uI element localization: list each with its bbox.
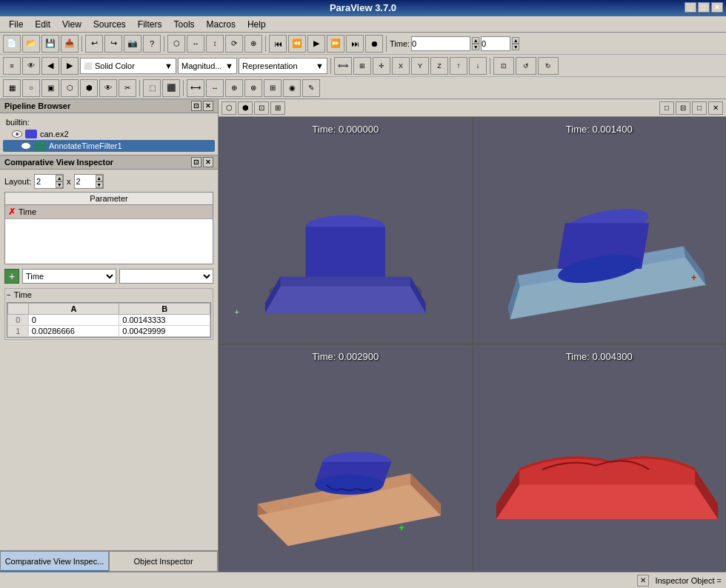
save-button[interactable]: 💾 <box>41 35 59 53</box>
status-close-btn[interactable]: ✕ <box>637 575 649 587</box>
add-param-btn[interactable]: + <box>4 269 19 284</box>
cvi-close-btn[interactable]: ✕ <box>203 157 213 167</box>
pipeline-item-builtin[interactable]: builtin: <box>3 116 215 128</box>
last-frame-button[interactable]: ⏭ <box>346 35 364 53</box>
eye-icon-annotate[interactable]: 👁 <box>21 142 31 150</box>
measure4-btn[interactable]: ⊗ <box>244 79 262 97</box>
vp-restore-btn[interactable]: ⊟ <box>676 101 690 115</box>
layout-rows-value[interactable] <box>35 175 56 188</box>
grid-cell-00[interactable]: Time: 0.000000 + <box>219 117 473 344</box>
import-button[interactable]: 📥 <box>61 35 79 53</box>
menu-edit[interactable]: Edit <box>29 18 56 31</box>
vp-btn3[interactable]: ⊡ <box>254 101 269 115</box>
row-0-a[interactable]: 0 <box>28 315 119 326</box>
first-frame-button[interactable]: ⏮ <box>269 35 287 53</box>
axis2-btn[interactable]: Y <box>411 57 429 75</box>
prev-frame-button[interactable]: ⏪ <box>288 35 306 53</box>
pipeline-close-btn[interactable]: ✕ <box>203 101 213 111</box>
render3-btn[interactable]: ↻ <box>538 57 559 75</box>
layout-rows-up[interactable]: ▲ <box>56 175 63 181</box>
play-button[interactable]: ▶ <box>307 35 325 53</box>
layout-rows-down[interactable]: ▼ <box>56 181 63 188</box>
row-0-b[interactable]: 0.00143333 <box>119 315 210 326</box>
time-up-arrow[interactable]: ▲ <box>472 37 479 44</box>
layout-cols-down[interactable]: ▼ <box>96 181 103 188</box>
camera-iso-button[interactable]: ⟳ <box>225 35 243 53</box>
record-button[interactable]: ⏺ <box>365 35 383 53</box>
layout-cols-value[interactable] <box>75 175 96 188</box>
grid-cell-11[interactable]: Time: 0.004300 + + <box>473 344 727 572</box>
time-group-collapse[interactable]: − <box>7 291 11 299</box>
filter1-btn[interactable]: ⬡ <box>61 79 79 97</box>
orient-btn[interactable]: ✛ <box>373 57 390 75</box>
view-btn[interactable]: 👁 <box>99 79 117 97</box>
measure5-btn[interactable]: ⊞ <box>264 79 282 97</box>
time-down-arrow[interactable]: ▼ <box>472 44 479 50</box>
param-delete-btn[interactable]: ✗ <box>8 207 16 217</box>
measure2-btn[interactable]: ↔ <box>206 79 224 97</box>
select2-btn[interactable]: ⬛ <box>162 79 180 97</box>
representation-dropdown[interactable]: Representation ▼ <box>239 58 327 74</box>
maximize-button[interactable]: □ <box>698 2 710 13</box>
magnitude-dropdown[interactable]: Magnitud... ▼ <box>178 58 237 74</box>
menu-sources[interactable]: Sources <box>87 18 132 31</box>
render2-btn[interactable]: ↺ <box>516 57 536 75</box>
menu-file[interactable]: File <box>3 18 29 31</box>
menu-help[interactable]: Help <box>242 18 272 31</box>
zoom-button[interactable]: ⊕ <box>244 35 262 53</box>
obj-inspector-btn[interactable]: Object Inspector <box>109 551 218 572</box>
grid-cell-10[interactable]: Time: 0.002900 + <box>219 344 473 572</box>
camera-x-button[interactable]: ⬡ <box>167 35 185 53</box>
undo-button[interactable]: ↩ <box>85 35 103 53</box>
redo-button[interactable]: ↪ <box>104 35 122 53</box>
open-button[interactable]: 📂 <box>22 35 40 53</box>
annotate-btn[interactable]: ✎ <box>302 79 320 97</box>
param-row-time[interactable]: ✗ Time <box>5 205 213 219</box>
menu-tools[interactable]: Tools <box>168 18 201 31</box>
vp-minimize-btn[interactable]: □ <box>659 101 674 115</box>
record2-btn[interactable]: ◉ <box>283 79 301 97</box>
time-frame-input[interactable] <box>481 36 510 51</box>
frame-down-arrow[interactable]: ▼ <box>512 44 519 50</box>
minimize-button[interactable]: _ <box>685 2 696 13</box>
axis1-btn[interactable]: X <box>392 57 410 75</box>
frame-up-arrow[interactable]: ▲ <box>512 37 519 44</box>
pipeline-item-can[interactable]: 👁 can.ex2 <box>3 128 215 140</box>
grid-btn[interactable]: ⊞ <box>353 57 371 75</box>
vp-btn4[interactable]: ⊞ <box>270 101 285 115</box>
add-param-select2[interactable] <box>119 269 213 284</box>
camera-down-btn[interactable]: ↓ <box>469 57 487 75</box>
help-button[interactable]: ? <box>143 35 161 53</box>
vp-btn2[interactable]: ⬢ <box>238 101 253 115</box>
vp-close-btn[interactable]: ✕ <box>708 101 723 115</box>
new-button[interactable]: 📄 <box>3 35 21 53</box>
layout-rows-input[interactable]: ▲ ▼ <box>34 174 64 189</box>
screenshot-button[interactable]: 📷 <box>124 35 141 53</box>
select1-btn[interactable]: ⬚ <box>143 79 161 97</box>
menu-filters[interactable]: Filters <box>132 18 168 31</box>
layout-cols-up[interactable]: ▲ <box>96 175 103 181</box>
camera-y-button[interactable]: ↔ <box>187 35 204 53</box>
eye-icon-can[interactable]: 👁 <box>12 130 22 138</box>
pipeline-float-btn[interactable]: ⊡ <box>191 101 202 111</box>
vp-btn1[interactable]: ⬡ <box>222 101 236 115</box>
menu-view[interactable]: View <box>56 18 87 31</box>
cube-btn[interactable]: ▣ <box>41 79 59 97</box>
camera-z-button[interactable]: ↕ <box>206 35 224 53</box>
menu-macros[interactable]: Macros <box>201 18 242 31</box>
add-param-select[interactable]: Time <box>22 269 116 284</box>
cvi-float-btn[interactable]: ⊡ <box>191 157 202 167</box>
row-1-b[interactable]: 0.00429999 <box>119 326 210 337</box>
pipeline-item-annotate[interactable]: 👁 AnnotateTimeFilter1 <box>3 140 215 152</box>
pipeline-btn[interactable]: ≡ <box>3 57 21 75</box>
measure1-btn[interactable]: ⟷ <box>187 79 204 97</box>
time-input[interactable] <box>411 36 470 51</box>
filter2-btn[interactable]: ⬢ <box>80 79 98 97</box>
measure3-btn[interactable]: ⊕ <box>225 79 243 97</box>
cvi-tab-btn[interactable]: Comparative View Inspec... <box>0 551 109 572</box>
row-1-a[interactable]: 0.00286666 <box>28 326 119 337</box>
vp-maximize-btn[interactable]: □ <box>692 101 707 115</box>
render1-btn[interactable]: ⊡ <box>493 57 514 75</box>
color-dropdown[interactable]: ⬜ Solid Color ▼ <box>80 58 176 74</box>
rescale-btn[interactable]: ⟺ <box>334 57 352 75</box>
